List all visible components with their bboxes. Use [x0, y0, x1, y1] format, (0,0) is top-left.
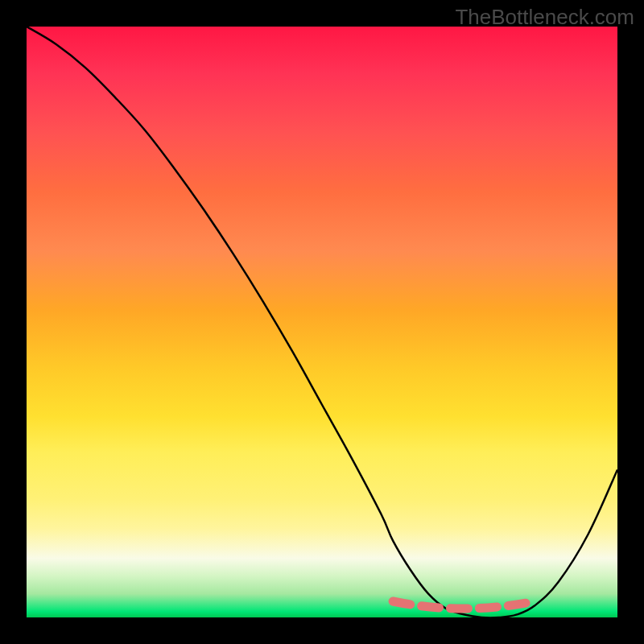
chart-svg	[27, 27, 617, 617]
optimal-range-marker	[393, 601, 535, 609]
watermark-text: TheBottleneck.com	[455, 5, 634, 30]
plot-area	[27, 27, 617, 617]
bottleneck-curve-line	[27, 27, 617, 617]
